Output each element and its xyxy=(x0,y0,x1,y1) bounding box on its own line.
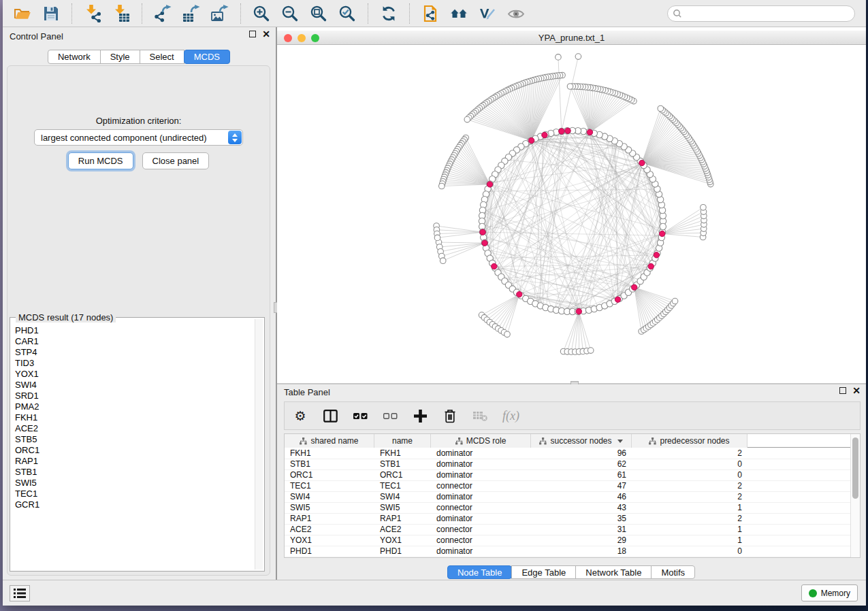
memory-button[interactable]: Memory xyxy=(801,584,858,601)
table-cell[interactable]: 96 xyxy=(531,448,632,459)
table-cell[interactable]: 0 xyxy=(632,459,748,469)
table-cell[interactable]: SWI4 xyxy=(374,492,431,502)
table-cell[interactable]: ACE2 xyxy=(374,525,431,535)
table-cell[interactable]: FKH1 xyxy=(374,448,431,459)
export-table-button[interactable] xyxy=(180,3,203,24)
table-cell[interactable]: TEC1 xyxy=(285,481,374,491)
table-cell[interactable]: 35 xyxy=(531,514,632,524)
column-header-name[interactable]: name xyxy=(374,434,431,448)
table-cell[interactable]: SWI5 xyxy=(374,503,431,513)
table-cell[interactable]: ORC1 xyxy=(285,470,374,480)
mcds-result-item[interactable]: STB1 xyxy=(12,467,254,478)
table-row[interactable]: TEC1TEC1connector472 xyxy=(285,481,850,492)
table-scrollbar-thumb[interactable] xyxy=(852,437,858,499)
table-cell[interactable]: connector xyxy=(431,503,531,513)
table-cell[interactable]: RAP1 xyxy=(285,514,374,524)
table-cell[interactable]: YOX1 xyxy=(374,535,431,546)
table-cell[interactable]: connector xyxy=(431,481,531,491)
table-row[interactable]: ACE2ACE2connector311 xyxy=(285,525,850,535)
table-cell[interactable]: FKH1 xyxy=(285,448,374,459)
zoom-out-button[interactable] xyxy=(278,3,302,24)
table-cell[interactable]: 0 xyxy=(632,546,748,557)
mcds-result-item[interactable]: GCR1 xyxy=(12,499,254,510)
table-cell[interactable]: SWI4 xyxy=(285,492,374,502)
table-cell[interactable]: 1 xyxy=(632,525,748,535)
table-cell[interactable]: PHD1 xyxy=(285,546,374,557)
table-cell[interactable]: dominator xyxy=(431,448,531,459)
run-mcds-button[interactable]: Run MCDS xyxy=(68,152,133,169)
tab-mcds[interactable]: MCDS xyxy=(184,50,230,64)
mcds-list-scrollbar[interactable] xyxy=(255,319,263,569)
tab-edge-table[interactable]: Edge Table xyxy=(511,565,576,579)
network-canvas[interactable] xyxy=(277,45,866,383)
zoom-fit-button[interactable] xyxy=(307,3,330,24)
import-network-button[interactable] xyxy=(81,3,104,24)
table-cell[interactable]: dominator xyxy=(431,546,531,557)
mcds-result-item[interactable]: FKH1 xyxy=(12,412,254,423)
table-cell[interactable]: dominator xyxy=(431,514,531,524)
mcds-result-item[interactable]: CAR1 xyxy=(12,336,254,347)
mcds-result-item[interactable]: SWI4 xyxy=(12,380,254,391)
deselect-all-button[interactable] xyxy=(383,407,398,425)
table-cell[interactable]: YOX1 xyxy=(285,535,374,546)
mcds-result-item[interactable]: STP4 xyxy=(12,347,254,358)
close-panel-icon[interactable]: ✕ xyxy=(262,31,270,37)
column-header-MCDS-role[interactable]: MCDS role xyxy=(431,434,531,448)
close-table-panel-icon[interactable]: ✕ xyxy=(852,387,861,394)
table-row[interactable]: STB1STB1dominator620 xyxy=(285,459,850,470)
add-column-button[interactable] xyxy=(413,407,428,425)
table-cell[interactable]: STB1 xyxy=(374,459,431,469)
mcds-result-item[interactable]: TID3 xyxy=(12,358,254,369)
mcds-result-item[interactable]: ACE2 xyxy=(12,423,254,434)
network-view[interactable] xyxy=(277,45,866,383)
home-button[interactable] xyxy=(447,3,470,24)
table-cell[interactable]: 29 xyxy=(531,535,632,546)
table-cell[interactable]: 61 xyxy=(531,470,632,480)
export-image-button[interactable] xyxy=(208,3,231,24)
table-row[interactable]: RAP1RAP1dominator352 xyxy=(285,514,850,525)
column-header-predecessor-nodes[interactable]: predecessor nodes xyxy=(632,434,748,448)
table-cell[interactable]: TEC1 xyxy=(374,481,431,491)
zoom-selected-button[interactable] xyxy=(336,3,359,24)
table-cell[interactable]: dominator xyxy=(431,459,531,469)
table-cell[interactable]: connector xyxy=(431,535,531,546)
tab-style[interactable]: Style xyxy=(100,50,140,64)
table-row[interactable]: SWI4SWI4dominator462 xyxy=(285,492,850,503)
zoom-in-button[interactable] xyxy=(250,3,273,24)
column-header-successor-nodes[interactable]: successor nodes xyxy=(531,434,632,448)
share-network-file-button[interactable] xyxy=(419,3,442,24)
table-cell[interactable]: 0 xyxy=(632,470,748,480)
table-cell[interactable]: connector xyxy=(431,525,531,535)
mcds-result-item[interactable]: ORC1 xyxy=(12,445,254,456)
table-cell[interactable]: 18 xyxy=(531,546,632,557)
table-cell[interactable]: 2 xyxy=(632,492,748,502)
network-window-titlebar[interactable]: YPA_prune.txt_1 xyxy=(277,31,866,45)
export-network-button[interactable] xyxy=(151,3,174,24)
tab-node-table[interactable]: Node Table xyxy=(447,565,513,579)
search-input[interactable] xyxy=(682,7,854,20)
table-settings-button[interactable]: ⚙ xyxy=(293,407,308,425)
column-header-shared-name[interactable]: shared name xyxy=(285,434,374,448)
table-cell[interactable]: RAP1 xyxy=(374,514,431,524)
table-cell[interactable]: 43 xyxy=(531,503,632,513)
mcds-result-item[interactable]: RAP1 xyxy=(12,456,254,467)
table-cell[interactable]: dominator xyxy=(431,492,531,502)
mcds-result-item[interactable]: SWI5 xyxy=(12,478,254,489)
toggle-visibility-button[interactable] xyxy=(504,3,528,24)
optimization-criterion-select[interactable]: largest connected component (undirected) xyxy=(34,129,243,146)
delete-column-button[interactable] xyxy=(443,407,457,425)
table-cell[interactable]: 62 xyxy=(531,459,632,469)
table-cell[interactable]: 2 xyxy=(632,481,748,491)
task-history-button[interactable] xyxy=(10,585,30,601)
tab-network[interactable]: Network xyxy=(48,50,101,64)
table-row[interactable]: PHD1PHD1dominator180 xyxy=(285,546,850,557)
mcds-result-item[interactable]: TEC1 xyxy=(12,489,254,499)
mcds-result-item[interactable]: PHD1 xyxy=(12,325,254,336)
close-panel-button[interactable]: Close panel xyxy=(142,152,210,169)
table-cell[interactable]: dominator xyxy=(431,470,531,480)
save-session-button[interactable] xyxy=(39,3,63,24)
tab-motifs[interactable]: Motifs xyxy=(651,565,695,579)
select-all-button[interactable] xyxy=(353,407,368,425)
table-cell[interactable]: 2 xyxy=(632,514,748,524)
open-session-button[interactable] xyxy=(11,3,34,24)
